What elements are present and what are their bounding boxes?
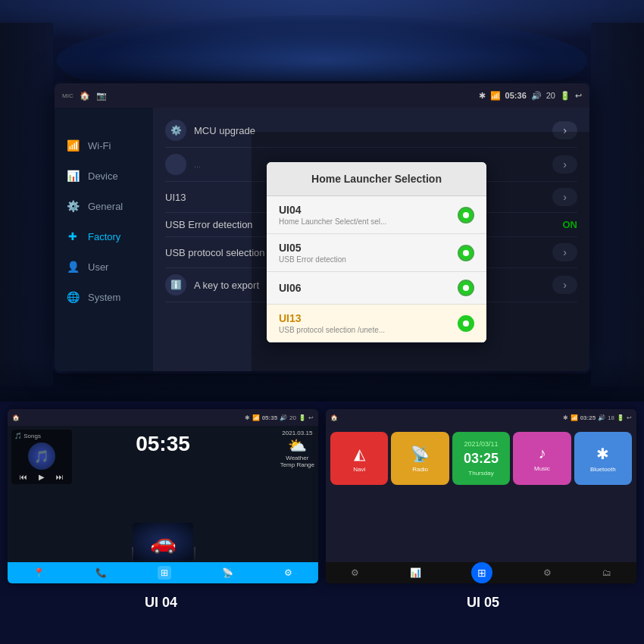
ui04-radio[interactable] <box>458 207 474 224</box>
road-line-left <box>132 547 133 562</box>
ui06-radio-inner <box>463 285 469 291</box>
ui05-body: ◭ Navi 📡 Radio 2021/03/11 03:25 T <box>326 426 636 583</box>
popup-option-ui04[interactable]: UI04 Home Launcher Select/ent sel... <box>267 196 486 234</box>
battery-icon: 🔋 <box>560 91 571 101</box>
device-icon: 📊 <box>65 168 80 183</box>
ui05-wifi-icon: 📶 <box>571 414 578 421</box>
ui05-navbar: ⚙ 📊 ⊞ ⚙ 🗂 <box>326 562 636 583</box>
export-label: A key to export <box>194 280 259 291</box>
popup-option-ui13[interactable]: UI13 USB protocol selection /unete... <box>267 305 486 342</box>
back-icon: ↩ <box>575 91 582 101</box>
ui05-bt-icon: ✱ <box>563 414 568 421</box>
volume-icon: 🔊 <box>531 91 542 101</box>
mic-label: MIC <box>62 92 73 99</box>
sidebar-item-general[interactable]: ⚙️ General <box>55 191 153 221</box>
user-icon: 👤 <box>65 259 80 274</box>
wifi-icon: 📶 <box>65 138 80 153</box>
sidebar-item-factory[interactable]: ✚ Factory <box>55 221 153 252</box>
weather-label: Weather <box>280 455 314 461</box>
ui13-option-label: UI13 <box>279 312 385 324</box>
ui05-nav-stats[interactable]: 📊 <box>410 567 421 578</box>
sidebar-item-system[interactable]: 🌐 System <box>55 282 153 312</box>
time-display: 05:36 <box>505 91 527 100</box>
ui05-nav-folder[interactable]: 🗂 <box>602 567 611 578</box>
play-button[interactable]: ▶ <box>39 473 45 481</box>
ui13-radio[interactable] <box>458 315 474 332</box>
row2-icon <box>165 154 186 175</box>
usb-error-left: USB Error detection <box>165 219 253 230</box>
ui05-label: UI 05 <box>322 595 644 611</box>
app-grid: ◭ Navi 📡 Radio 2021/03/11 03:25 T <box>326 426 636 488</box>
app-tile-bluetooth[interactable]: ✱ Bluetooth <box>574 432 632 485</box>
music-title-label: 🎵 Songs <box>14 433 69 439</box>
sidebar-item-user[interactable]: 👤 User <box>55 252 153 282</box>
prev-button[interactable]: ⏮ <box>20 473 27 481</box>
ui04-car-visual: 🚗 <box>133 523 193 561</box>
ui04-nav-settings[interactable]: ⚙ <box>284 567 292 578</box>
ui13-sublabel: USB protocol selection /unete... <box>279 326 385 334</box>
popup-option-ui06[interactable]: UI06 <box>267 272 486 305</box>
ui05-header-left: 🏠 <box>330 414 338 421</box>
music-label: Music <box>534 465 550 472</box>
gear-icon: ⚙️ <box>65 199 80 214</box>
sidebar-label-device: Device <box>88 170 118 182</box>
ui04-header-right: ✱ 📶 05:35 🔊 20 🔋 ↩ <box>245 414 314 421</box>
battery-display: 20 <box>546 91 555 100</box>
ui04-nav-maps[interactable]: 📍 <box>33 567 45 578</box>
clock-date-in-tile: 2021/03/11 <box>464 440 498 449</box>
app-tile-clock[interactable]: 2021/03/11 03:25 Thursday <box>452 432 510 485</box>
ui04-screen: 🏠 ✱ 📶 05:35 🔊 20 🔋 ↩ 🎵 Songs <box>8 409 318 583</box>
ui13-left: UI13 <box>165 192 186 203</box>
popup-option-ui05[interactable]: UI05 USB Error detection <box>267 234 486 272</box>
sidebar-item-device[interactable]: 📊 Device <box>55 161 153 191</box>
sidebar-item-wifi[interactable]: 📶 Wi-Fi <box>55 130 153 161</box>
sidebar-label-factory: Factory <box>88 231 120 242</box>
ui13-radio-inner <box>463 320 469 327</box>
ui05-battery: 18 <box>608 414 614 421</box>
app-tile-navi[interactable]: ◭ Navi <box>330 432 388 485</box>
popup-dialog: Home Launcher Selection UI04 Home Launch… <box>267 162 486 342</box>
ui05-radio[interactable] <box>458 245 474 261</box>
ui06-label: UI06 <box>279 282 302 294</box>
weather-temp: Temp Range <box>280 461 314 468</box>
row2-label: ... <box>194 160 201 169</box>
next-button[interactable]: ⏭ <box>56 473 64 481</box>
bottom-section: 🏠 ✱ 📶 05:35 🔊 20 🔋 ↩ 🎵 Songs <box>0 402 644 644</box>
ui04-nav-phone[interactable]: 📞 <box>95 567 107 578</box>
navi-icon: ◭ <box>354 445 365 463</box>
wifi-status-icon: 📶 <box>490 91 501 101</box>
ui05-nav-settings[interactable]: ⚙ <box>351 567 359 578</box>
ui13-option-text: UI13 USB protocol selection /unete... <box>279 312 385 334</box>
ui04-time: 05:35 <box>262 414 277 421</box>
ui04-nav-apps[interactable]: ⊞ <box>158 566 171 580</box>
ui05-battery-icon: 🔋 <box>617 414 624 421</box>
ui04-battery-icon: 🔋 <box>299 414 306 421</box>
bluetooth-icon: ✱ <box>596 445 609 463</box>
sidebar-label-general: General <box>88 201 123 212</box>
car-icon: 🚗 <box>150 530 177 555</box>
ui04-wifi-icon: 📶 <box>252 414 260 421</box>
app-tile-music[interactable]: ♪ Music <box>513 432 571 485</box>
music-controls: ⏮ ▶ ⏭ <box>14 473 69 481</box>
ui04-music-panel: 🎵 Songs 🎵 ⏮ ▶ ⏭ <box>11 430 72 484</box>
ui05-screen: 🏠 ✱ 📶 03:25 🔊 18 🔋 ↩ ◭ <box>326 409 636 583</box>
ui04-screen-header: 🏠 ✱ 📶 05:35 🔊 20 🔋 ↩ <box>8 409 318 426</box>
road-line-right <box>194 547 195 562</box>
ui05-nav-gear[interactable]: ⚙ <box>543 567 552 578</box>
app-tile-radio[interactable]: 📡 Radio <box>391 432 449 485</box>
ui05-nav-apps-active[interactable]: ⊞ <box>471 562 492 583</box>
ui04-nav-signal[interactable]: 📡 <box>222 567 233 578</box>
ui04-navbar: 📍 📞 ⊞ 📡 ⚙ <box>8 562 318 583</box>
ui06-radio[interactable] <box>458 280 474 296</box>
ui05-radio-inner <box>463 250 469 256</box>
weather-date: 2021.03.15 <box>280 430 314 436</box>
ui04-sublabel: Home Launcher Select/ent sel... <box>279 217 386 226</box>
globe-icon: 🌐 <box>65 289 80 305</box>
music-album-art: 🎵 <box>28 442 55 470</box>
radio-icon: 📡 <box>411 445 430 463</box>
popup-overlay: Home Launcher Selection UI04 Home Launch… <box>252 132 589 371</box>
mcu-icon: ⚙️ <box>165 120 186 141</box>
ui04-weather: 2021.03.15 ⛅ Weather Temp Range <box>280 430 314 468</box>
ui04-battery: 20 <box>289 414 296 421</box>
main-screen: MIC 🏠 📷 ✱ 📶 05:36 🔊 20 🔋 ↩ RST 📶 Wi-Fi 📊… <box>55 83 589 371</box>
